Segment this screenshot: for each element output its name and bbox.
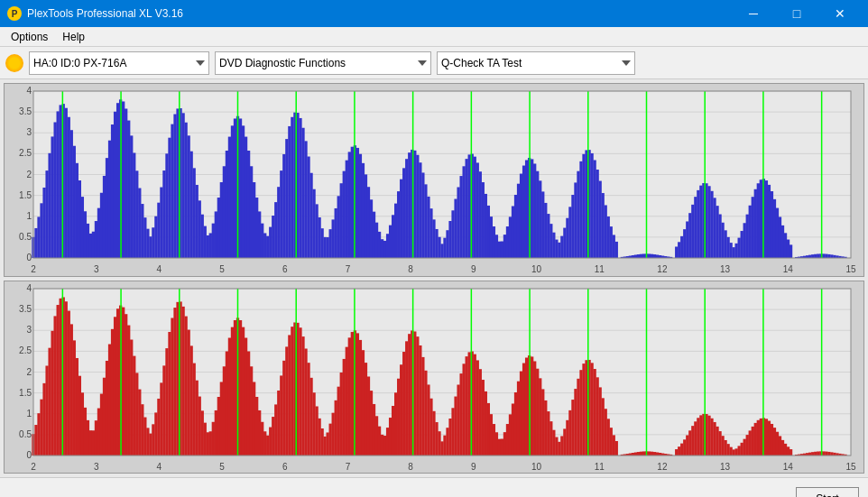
- drive-select[interactable]: HA:0 ID:0 PX-716A: [29, 51, 209, 75]
- top-chart: [4, 83, 864, 277]
- function-select[interactable]: DVD Diagnostic Functions: [215, 51, 431, 75]
- close-button[interactable]: ✕: [819, 0, 861, 27]
- menu-bar: Options Help: [0, 27, 868, 47]
- drive-icon: [5, 54, 23, 72]
- minimize-button[interactable]: ─: [733, 0, 774, 27]
- main-content: [0, 79, 868, 477]
- window-title: PlexTools Professional XL V3.16: [27, 7, 183, 20]
- app-icon-letter: P: [12, 9, 18, 19]
- bottom-panel: Jitter: 4 Peak Shift: 4 TA Quality Indic…: [0, 477, 868, 497]
- toolbar: HA:0 ID:0 PX-716A DVD Diagnostic Functio…: [0, 47, 868, 79]
- top-chart-canvas: [5, 84, 863, 276]
- window-controls: ─ □ ✕: [733, 0, 861, 27]
- test-select[interactable]: Q-Check TA Test: [437, 51, 635, 75]
- bottom-chart-canvas: [5, 281, 863, 474]
- menu-options[interactable]: Options: [4, 29, 55, 45]
- title-bar: P PlexTools Professional XL V3.16 ─ □ ✕: [0, 0, 868, 27]
- app-icon: P: [7, 6, 22, 21]
- bottom-chart: [4, 281, 864, 474]
- maximize-button[interactable]: □: [776, 0, 817, 27]
- start-button[interactable]: Start: [796, 487, 859, 498]
- menu-help[interactable]: Help: [55, 29, 92, 45]
- start-section: Start i: [796, 487, 859, 498]
